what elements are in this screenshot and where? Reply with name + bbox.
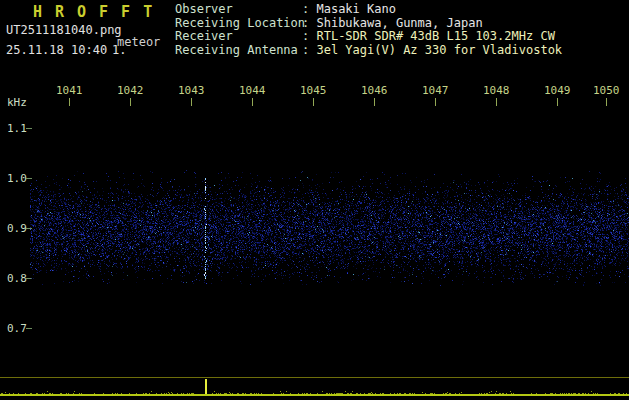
y-tick-label: 1.1 <box>7 122 27 135</box>
x-tick-label: 1041 <box>56 84 83 97</box>
x-tick-label: 1049 <box>544 84 571 97</box>
y-tick-label: 0.8 <box>7 272 27 285</box>
info-row-antenna: Receiving Antenna: 3el Yagi(V) Az 330 fo… <box>175 44 562 58</box>
x-tick-label: 1042 <box>117 84 144 97</box>
x-tick-label: 1044 <box>239 84 266 97</box>
x-tick-mark <box>313 98 314 106</box>
y-tick-label: 0.7 <box>7 322 27 335</box>
x-tick-mark <box>557 98 558 106</box>
x-tick-label: 1045 <box>300 84 327 97</box>
x-tick-mark <box>374 98 375 106</box>
info-value: RTL-SDR SDR# 43dB L15 103.2MHz CW <box>316 29 554 43</box>
output-filename: UT2511181040.png <box>6 23 122 37</box>
info-row-observer: Observer: Masaki Kano <box>175 3 562 17</box>
info-label: Receiver <box>175 30 302 44</box>
x-tick-label: 1046 <box>361 84 388 97</box>
x-tick-label: 1050 <box>593 84 620 97</box>
y-tick-label: 1.0 <box>7 172 27 185</box>
counter-label: 1. <box>112 43 126 57</box>
x-tick-label: 1047 <box>422 84 449 97</box>
info-row-location: Receiving Location: Shibukawa, Gunma, Ja… <box>175 17 562 31</box>
info-label: Receiving Antenna <box>175 44 302 58</box>
x-tick-mark <box>496 98 497 106</box>
datetime-label: 25.11.18 10:40 <box>6 43 107 57</box>
info-value: Shibukawa, Gunma, Japan <box>316 16 482 30</box>
info-row-receiver: Receiver: RTL-SDR SDR# 43dB L15 103.2MHz… <box>175 30 562 44</box>
y-axis-unit-label: kHz <box>7 96 27 109</box>
info-value: Masaki Kano <box>316 2 395 16</box>
x-tick-mark <box>69 98 70 106</box>
info-colon: : <box>302 16 316 30</box>
info-colon: : <box>302 2 316 16</box>
info-value: 3el Yagi(V) Az 330 for Vladivostok <box>316 43 562 57</box>
info-colon: : <box>302 29 316 43</box>
x-tick-mark <box>252 98 253 106</box>
spectrogram-canvas <box>30 107 629 375</box>
level-strip-canvas <box>0 376 629 400</box>
x-tick-mark <box>435 98 436 106</box>
x-tick-mark <box>191 98 192 106</box>
info-colon: : <box>302 43 316 57</box>
x-tick-mark <box>130 98 131 106</box>
x-tick-label: 1043 <box>178 84 205 97</box>
station-info: Observer: Masaki Kano Receiving Location… <box>175 3 562 57</box>
y-tick-label: 0.9 <box>7 222 27 235</box>
info-label: Observer <box>175 3 302 17</box>
x-tick-label: 1048 <box>483 84 510 97</box>
x-tick-mark <box>606 98 607 106</box>
app-title: HROFFT <box>33 3 165 21</box>
hrofft-screen: HROFFT UT2511181040.png meteor 25.11.18 … <box>0 0 629 400</box>
info-label: Receiving Location <box>175 17 302 31</box>
